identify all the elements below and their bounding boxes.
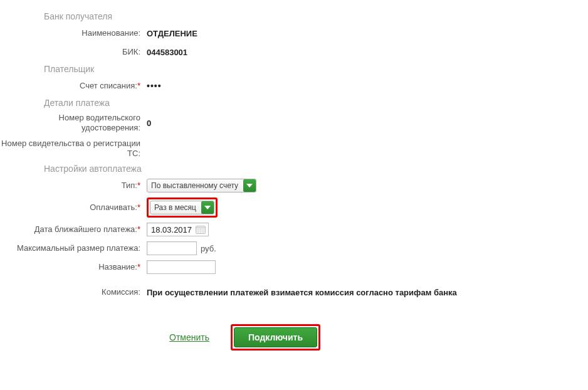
row-bank-name: Наименование: ОТДЕЛЕНИЕ: [0, 26, 588, 40]
row-name: Название:*: [0, 260, 588, 274]
section-payer: Плательщик: [44, 64, 588, 74]
date-value: 18.03.2017: [151, 225, 192, 235]
label-date: Дата ближайшего платежа:*: [0, 224, 144, 235]
row-bik: БИК: 044583001: [0, 45, 588, 59]
row-type: Тип:* По выставленному счету: [0, 179, 588, 192]
row-license: Номер водительского удостоверения: 0: [0, 113, 588, 134]
cancel-link[interactable]: Отменить: [169, 332, 209, 342]
label-commission: Комиссия:: [0, 287, 144, 297]
row-commission: Комиссия: При осуществлении платежей взи…: [0, 285, 588, 299]
label-reg: Номер свидетельства о регистрации ТС:: [0, 139, 144, 159]
value-bik: 044583001: [144, 48, 588, 57]
value-account: ••••: [144, 81, 588, 91]
highlight-pay: Раз в месяц: [147, 198, 218, 218]
section-autopay: Настройки автоплатежа: [44, 164, 588, 174]
row-date: Дата ближайшего платежа:* 18.03.2017: [0, 223, 588, 236]
actions-row: Отменить Подключить: [169, 324, 588, 350]
label-pay: Оплачивать:*: [0, 203, 144, 213]
dropdown-type-text: По выставленному счету: [151, 181, 242, 190]
calendar-icon: [196, 225, 206, 234]
dropdown-pay-text: Раз в месяц: [154, 203, 200, 212]
value-license: 0: [144, 119, 588, 128]
submit-button[interactable]: Подключить: [234, 327, 317, 347]
label-bank-name: Наименование:: [0, 28, 144, 38]
label-type: Тип:*: [0, 181, 144, 191]
section-bank: Банк получателя: [44, 11, 588, 21]
row-pay: Оплачивать:* Раз в месяц: [0, 198, 588, 218]
max-amount-input[interactable]: [147, 241, 197, 255]
row-account: Счет списания:* ••••: [0, 79, 588, 93]
max-suffix: руб.: [201, 244, 216, 253]
value-commission: При осуществлении платежей взимается ком…: [144, 288, 588, 297]
row-max: Максимальный размер платежа: руб.: [0, 241, 588, 255]
dropdown-pay[interactable]: Раз в месяц: [150, 201, 214, 214]
date-input[interactable]: 18.03.2017: [147, 223, 209, 236]
label-max: Максимальный размер платежа:: [0, 243, 144, 253]
label-bik: БИК:: [0, 47, 144, 57]
chevron-down-icon: [243, 179, 256, 192]
section-details: Детали платежа: [44, 98, 588, 108]
dropdown-type[interactable]: По выставленному счету: [147, 179, 256, 192]
label-name: Название:*: [0, 262, 144, 272]
label-license: Номер водительского удостоверения:: [0, 113, 144, 134]
row-reg: Номер свидетельства о регистрации ТС:: [0, 139, 588, 159]
label-account: Счет списания:*: [0, 81, 144, 91]
highlight-submit: Подключить: [231, 324, 320, 350]
chevron-down-icon: [201, 201, 214, 214]
value-bank-name: ОТДЕЛЕНИЕ: [144, 29, 588, 38]
name-input[interactable]: [147, 260, 216, 274]
